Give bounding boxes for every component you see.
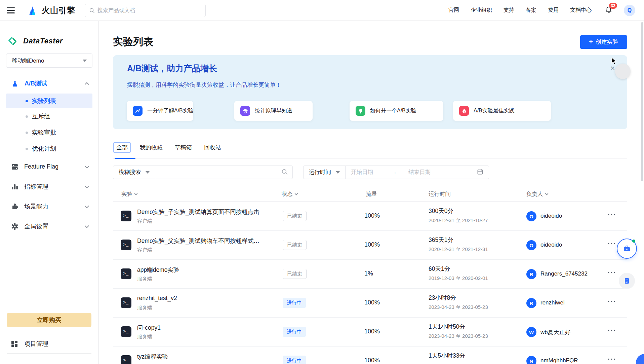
table-row[interactable]: >_ renzhit_test_v2 服务端 进行中 100% 23小时8分 2…: [113, 289, 627, 318]
column-header-status[interactable]: 状态: [282, 190, 297, 198]
create-experiment-button[interactable]: + 创建实验: [580, 35, 627, 49]
nav-link-support[interactable]: 支持: [504, 7, 514, 14]
global-search-input[interactable]: [97, 7, 201, 13]
end-date-placeholder[interactable]: 结束日期: [408, 169, 431, 176]
project-selector-dropdown[interactable]: 移动端Demo: [6, 53, 92, 68]
table-row[interactable]: >_ 问-copy1 服务端 进行中 100% 1天1小时50分 2023-04…: [113, 318, 627, 347]
table-row[interactable]: >_ Demo实验_子实验_测试结算页面不同按钮点击 客户端 已结束 100% …: [113, 202, 627, 231]
project-selector-value: 移动端Demo: [12, 57, 44, 65]
row-more-button[interactable]: ···: [608, 355, 616, 363]
row-more-button[interactable]: ···: [608, 268, 616, 276]
sidebar-item-label: 场景能力: [24, 203, 48, 211]
experiment-type: 客户端: [137, 218, 152, 224]
experiment-search-input[interactable]: [155, 166, 281, 179]
nav-link-docs[interactable]: 文档中心: [570, 7, 592, 14]
column-label: 负责人: [526, 190, 543, 198]
datatester-logo[interactable]: DataTester: [8, 36, 98, 46]
sidebar-item-scene-capability[interactable]: 场景能力: [0, 196, 98, 216]
page-title: 实验列表: [113, 35, 153, 49]
vertical-scrollbar[interactable]: [641, 22, 643, 181]
sidebar-item-label: 指标管理: [24, 183, 48, 191]
banner-card-label: A/B实验最佳实践: [474, 107, 515, 114]
sidebar-item-optimization-plan[interactable]: 优化计划: [0, 141, 98, 157]
table-row[interactable]: >_ app端demo实验 服务端 已结束 1% 60天1分 2019-12-0…: [113, 260, 627, 289]
traffic-value: 100%: [364, 241, 380, 248]
feedback-survey-button[interactable]: [617, 239, 637, 259]
experiment-type: 服务端: [137, 276, 152, 282]
sidebar-item-feature-flag[interactable]: Feature Flag: [0, 157, 98, 177]
runtime-duration: 1天5小时33分: [429, 352, 465, 360]
column-label: 状态: [282, 190, 293, 198]
experiment-name[interactable]: Demo实验_子实验_测试结算页面不同按钮点击: [137, 208, 259, 216]
tab-favorites[interactable]: 我的收藏: [140, 144, 163, 151]
tab-drafts[interactable]: 草稿箱: [175, 144, 192, 151]
sidebar-item-mutex-group[interactable]: 互斥组: [0, 108, 98, 124]
buy-now-button[interactable]: 立即购买: [7, 313, 91, 327]
search-type-dropdown[interactable]: 模糊搜索: [113, 166, 155, 179]
date-range-picker[interactable]: 开始日期 → 结束日期: [346, 169, 489, 176]
row-more-button[interactable]: ···: [608, 211, 616, 218]
experiment-name[interactable]: renzhit_test_v2: [137, 295, 177, 302]
owner-name: renzhiwei: [540, 299, 565, 306]
nav-link-org[interactable]: 企业组织: [471, 7, 492, 14]
row-more-button[interactable]: ···: [608, 240, 616, 247]
banner-card-learn-ab[interactable]: 一分钟了解A/B实验: [127, 101, 193, 121]
sidebar-item-experiment-list[interactable]: 实验列表: [6, 94, 92, 108]
tab-all[interactable]: 全部: [113, 142, 131, 153]
experiment-name[interactable]: tyz编程实验: [137, 353, 168, 361]
column-header-experiment[interactable]: 实验: [121, 190, 137, 198]
arrow-right-icon: →: [391, 169, 397, 176]
status-badge: 进行中: [283, 356, 306, 364]
tab-recycle-bin[interactable]: 回收站: [204, 144, 221, 151]
row-more-button[interactable]: ···: [608, 326, 616, 334]
sidebar-item-global-settings[interactable]: 全局设置: [0, 216, 98, 236]
sidebar-item-experiment-approval[interactable]: 实验审批: [0, 124, 98, 141]
traffic-value: 100%: [364, 212, 380, 219]
search-type-value: 模糊搜索: [119, 169, 141, 176]
date-range: 2023-04-23 至 2023-05-23: [429, 304, 488, 311]
time-type-dropdown[interactable]: 运行时间: [304, 166, 345, 179]
experiment-name[interactable]: app端demo实验: [137, 266, 179, 274]
chevron-down-icon: [336, 171, 340, 174]
volcengine-logo[interactable]: 火山引擎: [26, 4, 75, 16]
floating-bubble[interactable]: [615, 64, 631, 79]
banner-card-best-practice[interactable]: A/B实验最佳实践: [453, 101, 551, 121]
experiment-terminal-icon: >_: [121, 297, 131, 308]
sidebar-item-label: 项目管理: [24, 340, 48, 348]
column-header-owner[interactable]: 负责人: [526, 190, 548, 198]
owner-avatar: O: [526, 211, 536, 221]
hamburger-menu-icon[interactable]: [7, 7, 15, 13]
experiment-name[interactable]: Demo实验_父实验_测试购物车不同按钮样式…: [137, 237, 259, 245]
sidebar-item-ab-test[interactable]: A/B测试: [11, 79, 92, 88]
brand-name: 火山引擎: [42, 5, 75, 16]
sidebar-item-project-management[interactable]: 项目管理: [11, 336, 48, 352]
column-header-runtime: 运行时间: [429, 190, 451, 198]
table-row[interactable]: >_ tyz编程实验 进行中 100% 1天5小时33分 N nmMqhhhFQ…: [113, 347, 627, 364]
banner-card-statistics[interactable]: 统计原理早知道: [234, 101, 313, 121]
status-badge: 进行中: [283, 327, 306, 337]
table-row[interactable]: >_ Demo实验_父实验_测试购物车不同按钮样式… 客户端 已结束 100% …: [113, 231, 627, 260]
nav-link-filing[interactable]: 备案: [526, 7, 536, 14]
banner-card-how-to-start[interactable]: 如何开一个A/B实验: [350, 101, 443, 121]
user-avatar[interactable]: Q: [624, 5, 635, 16]
row-more-button[interactable]: ···: [608, 297, 616, 305]
time-type-value: 运行时间: [309, 169, 331, 176]
owner-name: Rangers_6745232: [540, 270, 588, 277]
sidebar-item-metrics[interactable]: 指标管理: [0, 177, 98, 196]
nav-link-official[interactable]: 官网: [448, 7, 459, 14]
docs-helper-button[interactable]: [619, 273, 635, 289]
column-label: 实验: [121, 190, 132, 198]
search-icon[interactable]: [281, 169, 288, 176]
nav-link-billing[interactable]: 费用: [548, 7, 559, 14]
owner-avatar: O: [526, 240, 536, 250]
notification-bell-button[interactable]: 32: [605, 6, 612, 15]
banner-subtitle: 摆脱猜测，用科学的实验衡量决策收益，让产品增长更简单！: [127, 81, 281, 89]
start-date-placeholder[interactable]: 开始日期: [351, 169, 373, 176]
experiment-type: 服务端: [137, 305, 152, 311]
global-search-box[interactable]: [85, 4, 206, 17]
experiment-name[interactable]: 问-copy1: [137, 324, 161, 332]
banner-close-icon[interactable]: ✕: [610, 65, 615, 72]
experiment-type: 客户端: [137, 247, 152, 253]
sidebar-item-label: 实验列表: [32, 97, 56, 105]
chevron-down-icon: [146, 171, 150, 174]
